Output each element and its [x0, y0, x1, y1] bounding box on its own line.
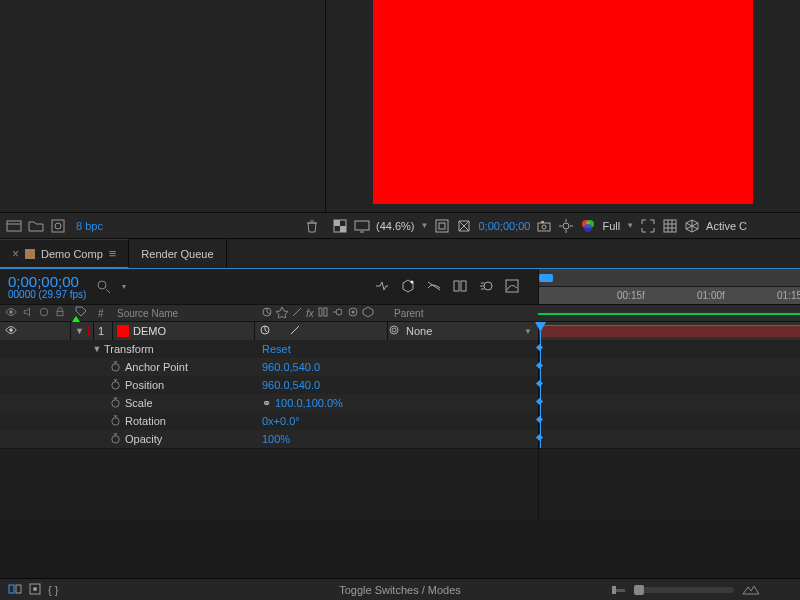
- motion-blur-icon[interactable]: [478, 278, 494, 296]
- transform-group[interactable]: ▼ Transform Reset: [0, 340, 800, 358]
- snapshot-icon[interactable]: [536, 218, 552, 234]
- zoom-value[interactable]: (44.6%): [376, 220, 415, 232]
- stopwatch-icon[interactable]: [110, 415, 121, 428]
- svg-rect-22: [506, 280, 518, 292]
- close-icon[interactable]: ×: [12, 247, 19, 261]
- stopwatch-icon[interactable]: [110, 361, 121, 374]
- prop-anchor-point[interactable]: Anchor Point 960.0,540.0: [0, 358, 800, 376]
- toggle-switches-modes-button[interactable]: Toggle Switches / Modes: [339, 584, 461, 596]
- timeline-empty-area[interactable]: [0, 448, 800, 520]
- zoom-slider[interactable]: [634, 587, 734, 593]
- prop-position[interactable]: Position 960.0,540.0: [0, 376, 800, 394]
- resolution-dropdown[interactable]: Full: [602, 220, 620, 232]
- stopwatch-icon[interactable]: [110, 397, 121, 410]
- alpha-icon[interactable]: [332, 218, 348, 234]
- 3d-view-icon[interactable]: [684, 218, 700, 234]
- constrain-icon[interactable]: ⚭: [262, 397, 271, 410]
- svg-rect-19: [454, 281, 459, 291]
- bpc-button[interactable]: 8 bpc: [72, 220, 107, 232]
- svg-point-23: [9, 310, 13, 314]
- playhead[interactable]: [540, 322, 541, 448]
- viewer-timecode[interactable]: 0;00;00;00: [478, 220, 530, 232]
- mask-icon[interactable]: [456, 218, 472, 234]
- transparency-grid-icon[interactable]: [662, 218, 678, 234]
- svg-rect-28: [324, 308, 327, 316]
- switch-icon[interactable]: [289, 324, 301, 338]
- svg-point-18: [411, 280, 414, 283]
- label-color-icon[interactable]: [88, 326, 89, 336]
- reset-link[interactable]: Reset: [262, 343, 291, 355]
- project-panel[interactable]: 8 bpc: [0, 0, 326, 238]
- scale-value[interactable]: 100.0,100.0%: [275, 397, 343, 409]
- timeline-tabs: × Demo Comp ≡ Render Queue: [0, 238, 800, 268]
- twirl-icon[interactable]: ▼: [92, 344, 102, 354]
- stopwatch-icon[interactable]: [110, 379, 121, 392]
- speaker-icon[interactable]: [22, 306, 34, 320]
- trash-icon[interactable]: [304, 218, 320, 234]
- zoom-out-icon[interactable]: [742, 583, 760, 597]
- rotation-value[interactable]: 0x+0.0°: [262, 415, 300, 427]
- channels-icon[interactable]: [580, 218, 596, 234]
- folder-icon[interactable]: [28, 218, 44, 234]
- prop-opacity[interactable]: Opacity 100%: [0, 430, 800, 448]
- preview-solid: [373, 0, 753, 204]
- svg-point-32: [9, 328, 13, 332]
- show-snapshot-icon[interactable]: [558, 218, 574, 234]
- frame-blend-icon[interactable]: [452, 278, 468, 296]
- safe-zones-icon[interactable]: [434, 218, 450, 234]
- svg-point-31: [351, 311, 354, 314]
- time-ruler[interactable]: 00:15f 01:00f 01:15f: [538, 269, 800, 304]
- svg-point-38: [112, 435, 119, 442]
- prop-rotation[interactable]: Rotation 0x+0.0°: [0, 412, 800, 430]
- pickwhip-icon[interactable]: [388, 324, 400, 338]
- current-timecode[interactable]: 0;00;00;00: [8, 274, 86, 289]
- chevron-down-icon[interactable]: ▼: [626, 221, 634, 230]
- project-panel-footer: 8 bpc: [0, 212, 326, 238]
- composition-viewer[interactable]: (44.6%) ▼ 0;00;00;00 Full ▼ Active C: [326, 0, 800, 238]
- twirl-icon[interactable]: ▼: [75, 326, 84, 336]
- prop-scale[interactable]: Scale ⚭ 100.0,100.0%: [0, 394, 800, 412]
- svg-rect-0: [7, 221, 21, 231]
- new-comp-icon[interactable]: [50, 218, 66, 234]
- chevron-down-icon[interactable]: ▼: [524, 327, 532, 336]
- work-area-start-icon[interactable]: [539, 274, 553, 282]
- search-icon[interactable]: [96, 279, 112, 295]
- interpret-footage-icon[interactable]: [6, 218, 22, 234]
- brackets-icon[interactable]: { }: [48, 584, 58, 596]
- tab-demo-comp[interactable]: × Demo Comp ≡: [0, 239, 129, 268]
- tab-label: Demo Comp: [41, 248, 103, 260]
- anchor-value[interactable]: 960.0,540.0: [262, 361, 320, 373]
- solo-icon[interactable]: [38, 306, 50, 320]
- svg-point-10: [542, 225, 546, 229]
- svg-rect-6: [355, 221, 369, 230]
- switches-icon: [261, 306, 273, 320]
- parent-dropdown[interactable]: None: [406, 325, 518, 337]
- hide-shy-icon[interactable]: [426, 278, 442, 296]
- svg-rect-4: [334, 220, 340, 226]
- opacity-value[interactable]: 100%: [262, 433, 290, 445]
- tab-render-queue[interactable]: Render Queue: [129, 239, 226, 268]
- toggle-modes-icon[interactable]: [28, 582, 42, 598]
- stopwatch-icon[interactable]: [110, 433, 121, 446]
- lock-icon[interactable]: [54, 306, 66, 320]
- draft-3d-icon[interactable]: [400, 278, 416, 296]
- svg-point-34: [112, 363, 119, 370]
- layer-bar[interactable]: [539, 325, 800, 337]
- position-value[interactable]: 960.0,540.0: [262, 379, 320, 391]
- toggle-switches-icon[interactable]: [8, 582, 22, 598]
- zoom-slider-handle[interactable]: [612, 585, 626, 595]
- eye-icon[interactable]: [4, 323, 18, 339]
- svg-point-36: [112, 399, 119, 406]
- svg-rect-39: [9, 585, 14, 593]
- monitor-icon[interactable]: [354, 218, 370, 234]
- panel-menu-icon[interactable]: ≡: [109, 246, 117, 261]
- switch-icon[interactable]: [259, 324, 271, 338]
- eye-icon[interactable]: [4, 305, 18, 321]
- graph-editor-icon[interactable]: [504, 278, 520, 296]
- layer-row[interactable]: ▼ 1 DEMO None ▼: [0, 322, 800, 340]
- roi-icon[interactable]: [640, 218, 656, 234]
- chevron-down-icon[interactable]: ▼: [421, 221, 429, 230]
- tab-label: Render Queue: [141, 248, 213, 260]
- comp-mini-flow-icon[interactable]: [374, 278, 390, 296]
- active-camera-label[interactable]: Active C: [706, 220, 747, 232]
